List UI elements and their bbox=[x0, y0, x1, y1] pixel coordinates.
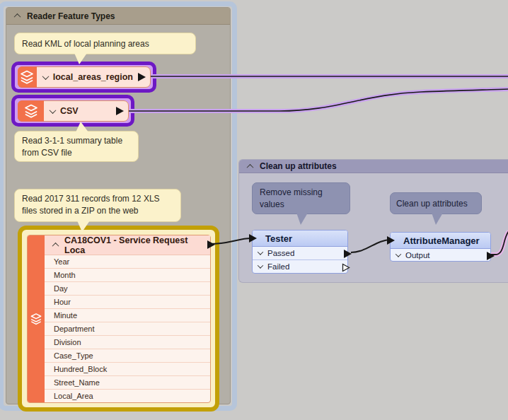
output-port[interactable] bbox=[138, 73, 146, 81]
reader-node-label: CA18COV1 - Service Request Loca bbox=[64, 235, 210, 255]
chevron-down-icon[interactable] bbox=[42, 73, 49, 80]
annotation-read-csv[interactable]: Read 3-1-1 summary table from CSV file bbox=[14, 131, 139, 162]
transformer-header[interactable]: AttributeManager bbox=[391, 233, 490, 249]
reader-node-local-areas-region[interactable]: local_areas_region bbox=[18, 66, 151, 88]
annotation-remove-missing-values[interactable]: Remove missing values bbox=[252, 182, 350, 214]
chevron-down-icon[interactable] bbox=[258, 262, 263, 268]
chevron-down-icon[interactable] bbox=[50, 107, 57, 114]
annotation-tail bbox=[74, 53, 87, 64]
collapse-icon[interactable] bbox=[14, 13, 21, 21]
transformer-title: Tester bbox=[265, 233, 292, 244]
chevron-down-icon[interactable] bbox=[396, 251, 401, 257]
transformer-header[interactable]: Tester bbox=[253, 231, 347, 247]
output-port[interactable] bbox=[207, 240, 215, 249]
annotation-tail bbox=[432, 213, 443, 225]
layers-icon bbox=[18, 100, 44, 122]
layers-icon bbox=[28, 235, 45, 402]
reader-node-label: local_areas_region bbox=[53, 72, 133, 82]
attribute-row[interactable]: Year bbox=[45, 255, 210, 268]
attribute-row[interactable]: Hour bbox=[45, 295, 210, 308]
annotation-read-xls[interactable]: Read 2017 311 records from 12 XLS files … bbox=[14, 189, 181, 222]
attribute-row[interactable]: Month bbox=[45, 268, 210, 281]
input-port[interactable] bbox=[249, 234, 257, 243]
annotation-tail bbox=[296, 213, 308, 225]
bookmark-reader-title: Reader Feature Types bbox=[27, 11, 115, 21]
output-port-unconnected[interactable] bbox=[342, 263, 350, 272]
bookmark-clean-title: Clean up attributes bbox=[260, 161, 337, 171]
transformer-title: AttributeManager bbox=[403, 235, 480, 246]
bookmark-clean-header[interactable]: Clean up attributes bbox=[239, 160, 508, 173]
attribute-row[interactable]: Division bbox=[45, 335, 210, 349]
transformer-node-attributemanager[interactable]: AttributeManager Output bbox=[390, 232, 491, 262]
reader-node-ca18cov1[interactable]: CA18COV1 - Service Request Loca Year Mon… bbox=[27, 235, 211, 403]
attribute-list: Year Month Day Hour Minute Department Di… bbox=[45, 255, 210, 402]
input-port[interactable] bbox=[387, 236, 395, 245]
reader-node-csv[interactable]: CSV bbox=[18, 100, 129, 122]
chevron-up-icon[interactable] bbox=[52, 243, 59, 250]
attribute-row[interactable]: Street_Name bbox=[45, 375, 210, 389]
attribute-row[interactable]: Local_Area bbox=[45, 389, 210, 402]
output-port[interactable] bbox=[116, 107, 124, 115]
collapse-icon[interactable] bbox=[247, 163, 254, 170]
chevron-down-icon[interactable] bbox=[258, 249, 263, 255]
reader-node-label: CSV bbox=[60, 106, 79, 116]
transformer-node-tester[interactable]: Tester Passed Failed bbox=[252, 230, 348, 274]
annotation-read-kml[interactable]: Read KML of local planning areas bbox=[14, 33, 196, 54]
bookmark-reader-header[interactable]: Reader Feature Types bbox=[6, 8, 230, 25]
attribute-row[interactable]: Minute bbox=[45, 308, 210, 322]
workflow-canvas[interactable]: Reader Feature Types Clean up attributes bbox=[0, 0, 508, 420]
output-port[interactable] bbox=[487, 252, 495, 260]
annotation-tail bbox=[76, 122, 88, 132]
output-port-row-output[interactable]: Output bbox=[391, 249, 490, 261]
attribute-row[interactable]: Day bbox=[45, 281, 210, 295]
output-port-row-failed[interactable]: Failed bbox=[253, 259, 347, 273]
attribute-row[interactable]: Case_Type bbox=[45, 349, 210, 362]
annotation-clean-up-attributes[interactable]: Clean up attributes bbox=[390, 192, 482, 214]
attribute-row[interactable]: Hundred_Block bbox=[45, 362, 210, 375]
annotation-tail bbox=[77, 221, 90, 232]
output-port-row-passed[interactable]: Passed bbox=[253, 247, 347, 259]
reader-node-header[interactable]: CA18COV1 - Service Request Loca bbox=[45, 235, 210, 255]
output-port[interactable] bbox=[344, 250, 352, 258]
attribute-row[interactable]: Department bbox=[45, 322, 210, 335]
layers-icon bbox=[18, 66, 37, 88]
